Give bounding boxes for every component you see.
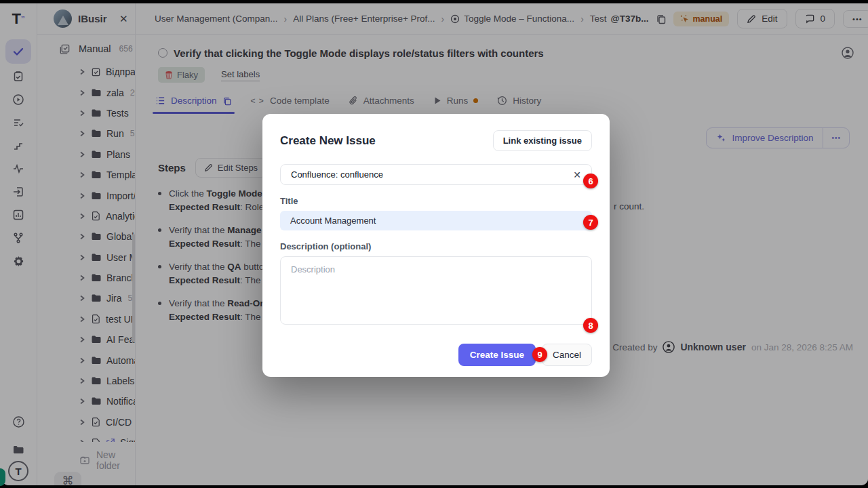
- description-field-label: Description (optional): [280, 241, 592, 251]
- annotation-badge-6: 6: [583, 174, 598, 188]
- annotation-badge-7: 7: [583, 215, 598, 230]
- create-issue-button[interactable]: Create Issue: [458, 344, 536, 366]
- modal-header: Create New Issue Link existing issue: [280, 130, 592, 151]
- title-field-label: Title: [280, 196, 592, 206]
- cancel-button[interactable]: Cancel: [542, 344, 592, 366]
- issue-title-input[interactable]: Account Management: [280, 211, 592, 230]
- annotation-badge-9: 9: [532, 347, 547, 362]
- annotation-badge-8: 8: [583, 318, 598, 333]
- modal-title: Create New Issue: [280, 134, 376, 148]
- create-issue-modal: Create New Issue Link existing issue Con…: [262, 114, 610, 377]
- issue-description-textarea[interactable]: Description: [280, 256, 592, 325]
- clear-selection-icon[interactable]: ✕: [573, 169, 581, 180]
- integration-select[interactable]: Confluence: confluence ✕: [280, 164, 592, 185]
- integration-select-value: Confluence: confluence: [291, 169, 383, 180]
- screen: Tˮ: [0, 0, 868, 488]
- link-existing-issue-button[interactable]: Link existing issue: [493, 130, 592, 151]
